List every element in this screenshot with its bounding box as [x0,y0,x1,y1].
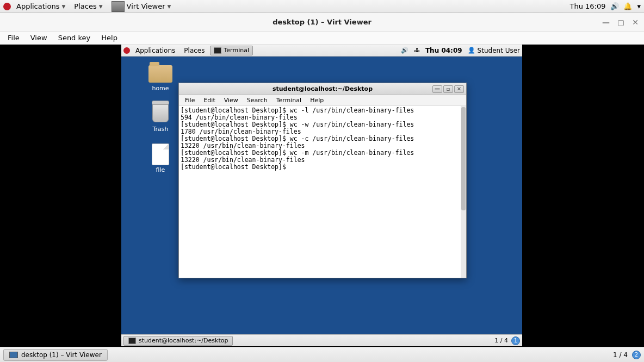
trash-icon [152,103,169,122]
guest-taskbar-terminal-label: student@localhost:~/Desktop [139,337,228,344]
host-places-label: Places [74,2,96,10]
host-places-menu[interactable]: Places ▼ [71,1,106,11]
virt-menu-help[interactable]: Help [97,33,122,43]
desktop-icon-file-label: file [156,166,165,173]
fedora-logo-icon [123,47,130,54]
desktop-icon-home-label: home [152,85,169,92]
guest-places-menu[interactable]: Places [181,46,208,55]
host-bottom-panel: desktop (1) – Virt Viewer 1 / 4 2 [0,347,644,362]
maximize-button[interactable]: ▢ [617,18,624,27]
host-applications-label: Applications [16,2,59,10]
guest-taskbar-terminal[interactable]: student@localhost:~/Desktop [123,336,233,346]
desktop-icon-trash[interactable]: Trash [143,103,178,133]
guest-applications-menu[interactable]: Applications [132,46,178,55]
folder-icon [148,65,172,83]
terminal-menu-edit[interactable]: Edit [200,96,219,104]
network-icon[interactable]: 🖧 [414,47,420,54]
terminal-menu-help[interactable]: Help [306,96,327,104]
host-top-panel: Applications ▼ Places ▼ Virt Viewer ▼ Th… [0,0,644,13]
guest-clock[interactable]: Thu 04:09 [425,47,462,54]
virt-menu-file[interactable]: File [3,33,24,43]
desktop-icon-file[interactable]: file [143,143,178,173]
fedora-logo-icon [3,3,11,10]
terminal-scrollbar-thumb[interactable] [461,107,466,210]
desktop-icon-trash-label: Trash [152,126,168,133]
guest-bottom-panel: student@localhost:~/Desktop 1 / 4 1 [121,334,522,346]
terminal-scrollbar[interactable] [461,106,466,278]
terminal-body[interactable]: [student@localhost Desktop]$ wc -l /usr/… [179,106,466,278]
chevron-down-icon: ▼ [61,4,65,9]
virt-viewer-title: desktop (1) – Virt Viewer [273,18,371,26]
notification-icon[interactable]: 🔔 [624,3,631,10]
guest-task-terminal-label: Terminal [224,47,249,54]
terminal-minimize-button[interactable]: — [432,85,442,93]
minimize-button[interactable]: — [602,18,610,27]
virt-viewer-titlebar: desktop (1) – Virt Viewer — ▢ ✕ [0,13,644,32]
user-icon: 👤 [468,47,475,54]
host-applications-menu[interactable]: Applications ▼ [13,1,69,11]
terminal-menu-search[interactable]: Search [243,96,271,104]
terminal-titlebar[interactable]: student@localhost:~/Desktop — ▫ ✕ [179,83,466,95]
volume-icon[interactable]: 🔊 [611,3,618,10]
terminal-menu-view[interactable]: View [220,96,242,104]
host-taskbar-virtviewer[interactable]: desktop (1) – Virt Viewer [3,349,108,361]
virt-menu-sendkey[interactable]: Send key [54,33,95,43]
guest-workspace-badge[interactable]: 1 [511,336,520,345]
host-taskbar-virtviewer-label: desktop (1) – Virt Viewer [21,351,102,359]
virt-viewer-menubar: File View Send key Help [0,32,644,45]
chevron-down-icon[interactable]: ▾ [637,2,641,10]
guest-applications-label: Applications [135,47,175,54]
volume-icon[interactable]: 🔊 [401,47,408,54]
host-clock[interactable]: Thu 16:09 [569,2,605,10]
terminal-menu-terminal[interactable]: Terminal [273,96,306,104]
close-button[interactable]: ✕ [632,18,639,27]
terminal-menu-file[interactable]: File [181,96,199,104]
virt-viewer-app-icon [112,1,125,12]
terminal-icon [128,338,136,344]
guest-user-label: Student User [478,47,520,54]
terminal-window[interactable]: student@localhost:~/Desktop — ▫ ✕ File E… [178,83,467,278]
file-icon [152,143,169,165]
terminal-title: student@localhost:~/Desktop [273,85,373,92]
terminal-close-button[interactable]: ✕ [454,85,464,93]
guest-user-menu[interactable]: 👤 Student User [468,47,520,54]
host-app-menu[interactable]: Virt Viewer ▼ [108,0,175,13]
host-workspace-badge[interactable]: 2 [632,351,641,359]
guest-top-panel: Applications Places Terminal 🔊 🖧 Thu 04:… [121,45,522,57]
monitor-icon [9,352,18,358]
guest-desktop[interactable]: Applications Places Terminal 🔊 🖧 Thu 04:… [121,45,522,346]
terminal-icon [214,47,221,54]
terminal-maximize-button[interactable]: ▫ [443,85,453,93]
terminal-menubar: File Edit View Search Terminal Help [179,95,466,106]
host-app-label: Virt Viewer [127,2,165,10]
virt-menu-view[interactable]: View [26,33,52,43]
terminal-line: [student@localhost Desktop]$ [181,164,465,171]
chevron-down-icon: ▼ [168,4,171,9]
host-workspace-indicator[interactable]: 1 / 4 [613,351,628,359]
viewer-display-area[interactable]: Applications Places Terminal 🔊 🖧 Thu 04:… [0,45,644,347]
guest-desktop-icons: home Trash file [143,62,178,173]
guest-task-terminal[interactable]: Terminal [210,46,253,55]
guest-workspace-indicator[interactable]: 1 / 4 [494,337,508,344]
desktop-icon-home[interactable]: home [143,62,178,92]
guest-places-label: Places [184,47,205,54]
chevron-down-icon: ▼ [99,4,103,9]
